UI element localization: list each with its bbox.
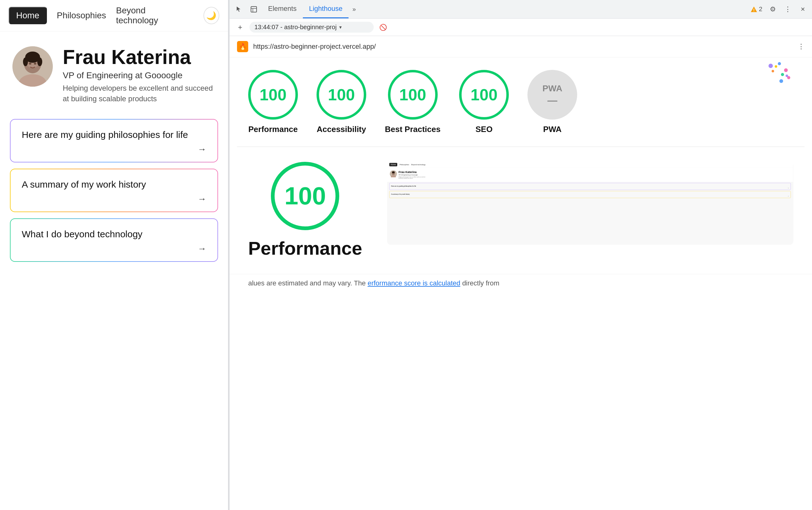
seo-score-item[interactable]: 100 SEO xyxy=(459,70,509,134)
philosophy-card-text: Here are my guiding philosophies for lif… xyxy=(22,129,206,140)
preview-card-2-text: A summary of my work history xyxy=(391,193,410,195)
work-history-card[interactable]: A summary of my work history → xyxy=(10,169,218,212)
settings-icon: ⚙ xyxy=(770,5,776,13)
preview-card-2: A summary of my work history → xyxy=(389,191,790,198)
score-circles-row: 100 Performance 100 Accessibility 100 Be… xyxy=(230,57,812,147)
preview-name: Frau Katerina xyxy=(399,170,427,173)
url-timestamp-text: 13:44:07 - astro-beginner-proj xyxy=(254,24,337,31)
theme-toggle-button[interactable]: 🌙 xyxy=(203,7,219,24)
preview-card-1: Here are my guiding philosophies for lif… xyxy=(389,183,790,190)
preview-card-2-arrow: → xyxy=(787,196,789,197)
settings-button[interactable]: ⚙ xyxy=(766,2,780,16)
pwa-inner-label: PWA xyxy=(542,84,562,93)
beyond-tech-card-arrow: → xyxy=(198,244,206,254)
url-menu-icon[interactable]: ⋮ xyxy=(798,42,805,51)
website-nav: Home Philosophies Beyond technology 🌙 xyxy=(0,0,228,31)
lighthouse-report[interactable]: 🔥 https://astro-beginner-project.vercel.… xyxy=(230,36,812,510)
svg-point-5 xyxy=(23,57,28,66)
pwa-score-item[interactable]: PWA — PWA xyxy=(527,70,577,134)
philosophy-card-arrow: → xyxy=(198,144,206,154)
more-tabs-button[interactable]: » xyxy=(349,0,359,18)
hero-section: Frau Katerina VP of Engineering at Goooo… xyxy=(0,31,228,114)
svg-point-7 xyxy=(29,63,31,65)
preview-inner: Home Philosophies Beyond technology xyxy=(387,162,793,199)
nav-beyond-link[interactable]: Beyond technology xyxy=(116,6,183,26)
inspect-tool-button[interactable] xyxy=(247,2,261,16)
preview-role: VP of Engineering at Goooogle xyxy=(399,174,427,176)
accessibility-score-item[interactable]: 100 Accessibility xyxy=(317,70,366,134)
performance-score-item[interactable]: 100 Performance xyxy=(248,70,298,134)
perf-detail-circle: 100 xyxy=(271,162,339,230)
best-practices-score-item[interactable]: 100 Best Practices xyxy=(385,70,440,134)
lh-url-bar: 🔥 https://astro-beginner-project.vercel.… xyxy=(230,36,812,57)
preview-nav: Home Philosophies Beyond technology xyxy=(387,162,793,168)
pwa-label: PWA xyxy=(543,124,562,134)
lighthouse-note: alues are estimated and may vary. The er… xyxy=(230,274,812,292)
devtools-toolbar: Elements Lighthouse » ! 2 ⚙ ⋮ ✕ xyxy=(230,0,812,19)
best-practices-label: Best Practices xyxy=(385,124,440,134)
favicon-icon: 🔥 xyxy=(239,43,246,50)
preview-avatar xyxy=(390,170,397,177)
beyond-tech-card[interactable]: What I do beyond technology → xyxy=(10,218,218,262)
moon-icon: 🌙 xyxy=(206,11,216,21)
seo-circle: 100 xyxy=(459,70,509,120)
avatar-image xyxy=(12,46,53,87)
preview-nav-philosophies: Philosophies xyxy=(400,164,409,166)
nav-home-button[interactable]: Home xyxy=(9,7,47,24)
plus-icon: + xyxy=(238,23,242,32)
warnings-button[interactable]: ! 2 xyxy=(748,4,765,14)
best-practices-value: 100 xyxy=(399,85,426,104)
hero-info: Frau Katerina VP of Engineering at Goooo… xyxy=(63,46,215,104)
more-options-button[interactable]: ⋮ xyxy=(781,2,794,16)
cards-section: Here are my guiding philosophies for lif… xyxy=(0,114,228,510)
svg-point-8 xyxy=(34,63,36,65)
preview-desc: Helping developers be excellent and succ… xyxy=(399,176,427,179)
perf-detail-left: 100 Performance xyxy=(248,162,362,259)
dropdown-arrow-icon: ▾ xyxy=(339,24,342,30)
accessibility-label: Accessibility xyxy=(317,124,366,134)
website-panel: Home Philosophies Beyond technology 🌙 xyxy=(0,0,228,510)
seo-value: 100 xyxy=(471,85,498,104)
preview-cards: Here are my guiding philosophies for lif… xyxy=(387,182,793,199)
preview-card-1-text: Here are my guiding philosophies for lif… xyxy=(391,185,416,187)
note-suffix: directly from xyxy=(462,279,499,287)
close-devtools-button[interactable]: ✕ xyxy=(796,2,810,16)
lighthouse-tab[interactable]: Lighthouse xyxy=(303,0,349,18)
hero-description: Helping developers be excellent and succ… xyxy=(63,83,215,104)
warning-triangle-icon: ! xyxy=(750,6,758,13)
philosophy-card[interactable]: Here are my guiding philosophies for lif… xyxy=(10,119,218,162)
close-icon: ✕ xyxy=(801,6,805,13)
performance-detail-section: 100 Performance Home Philosophies Beyond… xyxy=(230,147,812,274)
svg-text:!: ! xyxy=(753,8,755,12)
cursor-tool-button[interactable] xyxy=(232,2,246,16)
devtools-urlbar: + 13:44:07 - astro-beginner-proj ▾ 🚫 xyxy=(230,19,812,36)
work-history-card-arrow: → xyxy=(198,194,206,204)
more-vert-icon: ⋮ xyxy=(784,5,791,13)
url-selector[interactable]: 13:44:07 - astro-beginner-proj ▾ xyxy=(250,22,374,33)
hero-name: Frau Katerina xyxy=(63,46,215,68)
block-requests-button[interactable]: 🚫 xyxy=(377,22,388,33)
seo-label: SEO xyxy=(475,124,493,134)
block-icon: 🚫 xyxy=(379,24,387,31)
new-report-button[interactable]: + xyxy=(235,22,246,33)
preview-hero: Frau Katerina VP of Engineering at Goooo… xyxy=(387,168,793,182)
note-link[interactable]: erformance score is calculated xyxy=(368,279,460,287)
confetti-decoration xyxy=(731,61,793,92)
performance-circle: 100 xyxy=(248,70,298,120)
perf-detail-title: Performance xyxy=(248,238,362,259)
cursor-icon xyxy=(235,6,242,13)
performance-value: 100 xyxy=(260,85,287,104)
beyond-tech-card-text: What I do beyond technology xyxy=(22,229,206,239)
elements-tab[interactable]: Elements xyxy=(262,0,303,18)
accessibility-circle: 100 xyxy=(317,70,366,120)
note-text: alues are estimated and may vary. The xyxy=(248,279,368,287)
accessibility-value: 100 xyxy=(328,85,355,104)
inspect-icon xyxy=(250,6,257,13)
work-history-card-text: A summary of my work history xyxy=(22,179,206,190)
nav-philosophies-link[interactable]: Philosophies xyxy=(57,10,106,21)
svg-point-6 xyxy=(37,57,42,66)
website-preview-thumbnail: Home Philosophies Beyond technology xyxy=(387,162,793,245)
pwa-dash: — xyxy=(547,95,557,106)
site-url: https://astro-beginner-project.vercel.ap… xyxy=(253,42,793,51)
best-practices-circle: 100 xyxy=(388,70,438,120)
